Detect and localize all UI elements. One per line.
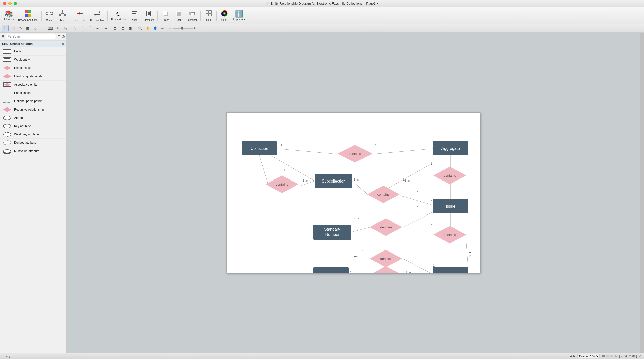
toolbar-browse[interactable]: Browse Solutions (16, 9, 39, 22)
rel-contains-agg[interactable]: contains (433, 167, 466, 184)
page-view-2[interactable] (606, 355, 609, 357)
rel-contains-1[interactable]: contains (337, 145, 373, 162)
toolbar-front[interactable]: Front (159, 9, 172, 22)
toolbar-distribute[interactable]: Distribute (141, 9, 156, 22)
toolbar-chain[interactable]: Chain (43, 9, 56, 23)
zoom-slider[interactable] (173, 28, 193, 29)
entity-page[interactable]: Page (313, 267, 349, 273)
zoom-out-view[interactable]: 🔍 (137, 25, 144, 32)
conn-tool-1[interactable]: ⊸ (94, 25, 101, 32)
entity-subcollection[interactable]: Subcollection (315, 174, 352, 188)
shape-tool-3[interactable]: ⌨ (47, 25, 54, 32)
ellipse-tool[interactable]: ⬭ (17, 25, 24, 32)
sidebar-item-entity[interactable]: Entity (0, 47, 66, 56)
toolbar-tree[interactable]: Tree (56, 9, 69, 23)
shape-tool-2[interactable]: ⌇ (39, 25, 46, 32)
sidebar-item-key-attribute[interactable]: key Key attribute (0, 122, 66, 130)
toolbar-reverse-link[interactable]: Reverse link (88, 9, 106, 23)
select-tool[interactable]: ↖ (2, 25, 9, 32)
sidebar-item-relationship[interactable]: Relationship (0, 64, 66, 72)
sidebar-search-btn[interactable]: ⊕ (62, 34, 65, 39)
toolbar-inspectors[interactable]: ℹ️ Inspectors (231, 10, 247, 22)
rel-identifies-1-shape: Identifies (370, 218, 402, 236)
maximize-button[interactable] (14, 2, 17, 5)
rel-contains-page[interactable]: contains (370, 266, 402, 273)
close-button[interactable] (3, 2, 6, 5)
zoom-select[interactable]: Custom 79% (577, 354, 600, 358)
rel-identifies-1[interactable]: Identifies (370, 218, 402, 236)
prev-page-btn[interactable]: ◀ (570, 354, 572, 358)
search-input[interactable] (13, 35, 54, 38)
canvas[interactable]: Collection Aggregate Subcollection Issue… (226, 112, 480, 273)
back-icon (175, 10, 182, 18)
page-view-1[interactable] (602, 355, 605, 357)
browse-icon (24, 10, 32, 18)
sidebar-item-attribute[interactable]: Attribute (0, 114, 66, 122)
titlebar: ⬜ Entity Relationship Diagram for Electr… (0, 0, 644, 7)
sidebar-item-recursive-relationship[interactable]: Recursive relationship (0, 105, 66, 114)
toolbar-color[interactable]: Color (218, 9, 231, 22)
polyline-tool[interactable]: ⌒ (87, 25, 94, 32)
svg-line-47 (351, 227, 370, 232)
entity-item[interactable]: Item (433, 267, 468, 273)
pencil-tool[interactable]: ✏ (159, 25, 166, 32)
zoom-slider-area[interactable] (173, 28, 193, 29)
shape-tool-4[interactable]: ⌗ (54, 25, 61, 32)
sidebar-item-identifying-relationship[interactable]: Identifying relationship (0, 72, 66, 81)
toolbar-align[interactable]: Align (128, 9, 141, 22)
statusbar: Ready ⏸ ◀ ▶ Custom 79% M: [ -7.64, 71.01… (0, 353, 644, 359)
page-view-3[interactable] (610, 355, 613, 357)
zoom-in-button[interactable]: + (193, 26, 196, 31)
sidebar-item-optional-participation[interactable]: Optional participation (0, 97, 66, 105)
pause-btn[interactable]: ⏸ (566, 354, 569, 358)
sidebar-item-weak-key-attribute[interactable]: Weak key attribute (0, 130, 66, 139)
sidebar-item-participation[interactable]: Participation (0, 89, 66, 97)
sidebar-list-view[interactable]: ≡ (2, 34, 5, 39)
canvas-container[interactable]: Collection Aggregate Subcollection Issue… (67, 33, 640, 353)
minimize-button[interactable] (8, 2, 12, 5)
zoom-out-button[interactable]: − (169, 26, 171, 31)
entity-collection[interactable]: Collection (242, 141, 277, 155)
pan-tool[interactable]: ✋ (144, 25, 151, 32)
slice-tool[interactable]: ⊡ (119, 25, 126, 32)
color-icon (221, 10, 228, 18)
main-area: ≡ 🔍 ⊞ ⊕ ERD, Chen's notation ✕ Entity (0, 33, 644, 353)
toolbar-identical[interactable]: Identical (185, 9, 199, 22)
sidebar-category-close[interactable]: ✕ (61, 42, 64, 46)
vector-tool[interactable]: ⊟ (127, 25, 134, 32)
toolbar-sep-1 (41, 11, 42, 21)
conn-tool-2[interactable]: ⋯ (102, 25, 109, 32)
curve-tool[interactable]: ⌒ (79, 25, 86, 32)
rect-tool[interactable]: ⬜ (9, 25, 16, 32)
reverse-link-icon (93, 10, 101, 18)
rel-contains-3[interactable]: contains (367, 186, 400, 203)
sidebar-item-weak-entity[interactable]: Weak entity (0, 56, 66, 64)
entity-aggregate[interactable]: Aggregate (433, 141, 468, 155)
window-title: ⬜ Entity Relationship Diagram for Electr… (265, 2, 379, 5)
resize-handle[interactable]: ⤢ (639, 354, 641, 358)
sidebar-grid-view[interactable]: ⊞ (57, 34, 61, 39)
shape-tool-5[interactable]: ⎗ (62, 25, 69, 32)
toolbar-libraries[interactable]: 📚 Libraries (2, 10, 16, 22)
right-scrollbar[interactable] (640, 33, 644, 353)
svg-rect-22 (146, 11, 147, 16)
toolbar-rotate-flip[interactable]: ↻ Rotate & Flip (109, 10, 128, 22)
shape-tool-1[interactable]: ◇ (32, 25, 39, 32)
sidebar-item-derived-attribute[interactable]: Derived attribute (0, 139, 66, 147)
toolbar-back[interactable]: Back (172, 9, 185, 22)
crop-tool[interactable]: ⊠ (112, 25, 119, 32)
sidebar-item-multivalue-attribute[interactable]: Multivalue attribute (0, 147, 66, 155)
rel-contains-2[interactable]: contains (266, 175, 298, 193)
user-tool[interactable]: 👤 (152, 25, 159, 32)
rel-identifies-2[interactable]: Identifies (370, 250, 402, 267)
rel-contains-issue[interactable]: contains (433, 226, 466, 243)
entity-issue[interactable]: Issue (433, 199, 468, 213)
entity-standart-number[interactable]: Standart- Number (313, 225, 351, 240)
zoom-thumb (181, 27, 183, 30)
toolbar-delete-link[interactable]: Delete link (72, 9, 88, 23)
sidebar-item-associative-entity[interactable]: Associative entity (0, 81, 66, 89)
next-page-btn[interactable]: ▶ (573, 354, 575, 358)
line-tool[interactable]: ╲ (72, 25, 79, 32)
toolbar-grid[interactable]: Grid (202, 9, 215, 22)
table-tool[interactable]: ⊞ (24, 25, 31, 32)
